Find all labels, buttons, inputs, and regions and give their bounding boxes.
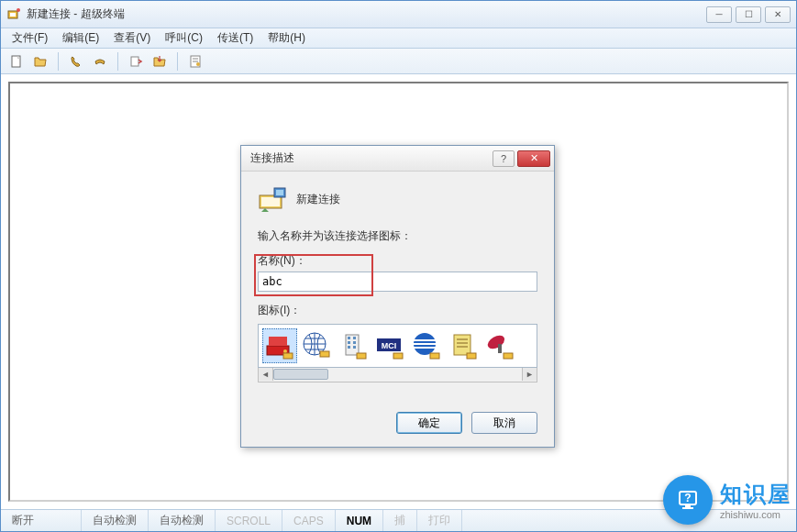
svg-rect-22 — [348, 341, 350, 344]
status-autodetect2: 自动检测 — [149, 510, 216, 531]
status-scroll: SCROLL — [216, 510, 282, 531]
att-globe-icon[interactable] — [409, 328, 444, 363]
menu-bar: 文件(F) 编辑(E) 查看(V) 呼叫(C) 传送(T) 帮助(H) — [1, 28, 796, 49]
document-icon[interactable] — [446, 328, 481, 363]
svg-text:MCI: MCI — [382, 341, 397, 350]
icon-list[interactable]: MCI — [258, 324, 537, 368]
globe-lines-icon[interactable] — [299, 328, 334, 363]
menu-view[interactable]: 查看(V) — [106, 28, 158, 48]
building-icon[interactable] — [336, 328, 371, 363]
menu-call[interactable]: 呼叫(C) — [158, 28, 210, 48]
title-bar: 新建连接 - 超级终端 ─ ☐ ✕ — [1, 1, 796, 28]
dialog-help-button[interactable]: ? — [493, 150, 515, 167]
ok-button[interactable]: 确定 — [396, 412, 462, 434]
svg-rect-29 — [393, 353, 403, 359]
status-num: NUM — [336, 510, 383, 531]
svg-point-37 — [485, 333, 506, 351]
svg-rect-24 — [348, 346, 350, 349]
new-connection-icon — [258, 184, 287, 214]
svg-rect-18 — [320, 351, 329, 357]
dialog-title-bar: 连接描述 ? ✕ — [241, 146, 554, 172]
watermark-text: 知识屋 — [720, 480, 791, 509]
properties-icon[interactable] — [185, 51, 205, 72]
menu-file[interactable]: 文件(F) — [5, 28, 55, 48]
svg-rect-31 — [430, 353, 439, 359]
icon-scrollbar[interactable]: ◄ ► — [258, 368, 537, 382]
svg-rect-32 — [454, 335, 470, 355]
send-icon[interactable] — [126, 51, 146, 72]
cancel-button[interactable]: 取消 — [471, 412, 537, 434]
phone-icon[interactable] — [66, 51, 86, 72]
connection-description-dialog: 连接描述 ? ✕ 新建连接 输入名称并为该连接选择图标： 名称(N)： 图标(I… — [240, 145, 555, 448]
toolbar — [1, 49, 796, 74]
svg-rect-23 — [353, 341, 356, 344]
name-input[interactable] — [258, 272, 537, 292]
dialog-instruction: 输入名称并为该连接选择图标： — [258, 228, 537, 244]
watermark: ? 知识屋 zhishiwu.com — [663, 475, 791, 525]
svg-rect-16 — [283, 353, 293, 359]
svg-rect-20 — [348, 337, 350, 339]
status-caps: CAPS — [282, 510, 336, 531]
dialog-title: 连接描述 — [250, 150, 493, 166]
dialog-subtitle: 新建连接 — [296, 192, 340, 207]
receive-icon[interactable] — [149, 51, 170, 72]
phone-hangup-icon[interactable] — [90, 51, 110, 72]
scroll-right-icon[interactable]: ► — [522, 368, 537, 381]
close-button[interactable]: ✕ — [765, 6, 791, 23]
toolbar-separator — [58, 52, 59, 71]
svg-rect-21 — [353, 337, 356, 339]
modem-red-icon[interactable] — [262, 328, 297, 363]
window-title: 新建连接 - 超级终端 — [27, 6, 706, 22]
watermark-badge-icon: ? — [663, 475, 713, 525]
mci-icon[interactable]: MCI — [372, 328, 407, 363]
svg-rect-1 — [10, 13, 16, 17]
toolbar-separator — [117, 52, 118, 71]
svg-rect-4 — [131, 57, 138, 66]
status-autodetect1: 自动检测 — [82, 510, 149, 531]
menu-edit[interactable]: 编辑(E) — [55, 28, 106, 48]
svg-rect-41 — [685, 504, 691, 507]
svg-point-2 — [17, 8, 20, 12]
svg-rect-14 — [269, 337, 287, 346]
svg-point-8 — [196, 62, 200, 66]
svg-rect-39 — [504, 353, 513, 359]
dialog-body: 新建连接 输入名称并为该连接选择图标： 名称(N)： 图标(I)： MCI ◄ … — [241, 172, 554, 412]
dialog-close-button[interactable]: ✕ — [517, 150, 550, 167]
status-capture: 捕 — [383, 510, 417, 531]
svg-rect-25 — [353, 346, 356, 349]
svg-rect-26 — [357, 353, 366, 359]
scroll-thumb[interactable] — [273, 369, 328, 380]
watermark-url: zhishiwu.com — [720, 509, 791, 520]
svg-point-15 — [283, 349, 287, 353]
app-icon — [6, 7, 21, 22]
satellite-icon[interactable] — [482, 328, 517, 363]
status-disconnect: 断开 — [1, 510, 82, 531]
svg-rect-36 — [467, 353, 476, 359]
menu-transfer[interactable]: 传送(T) — [210, 28, 260, 48]
icon-label: 图标(I)： — [258, 303, 537, 318]
status-print: 打印 — [417, 510, 462, 531]
toolbar-separator — [177, 52, 178, 71]
scroll-left-icon[interactable]: ◄ — [259, 368, 273, 381]
name-label: 名称(N)： — [258, 253, 537, 269]
svg-rect-10 — [261, 197, 280, 206]
svg-rect-12 — [276, 190, 283, 195]
svg-rect-38 — [498, 344, 502, 353]
menu-help[interactable]: 帮助(H) — [260, 28, 313, 48]
new-file-icon[interactable] — [6, 51, 27, 72]
open-folder-icon[interactable] — [30, 51, 50, 72]
maximize-button[interactable]: ☐ — [736, 6, 761, 23]
minimize-button[interactable]: ─ — [706, 6, 732, 23]
svg-text:?: ? — [684, 492, 691, 504]
svg-rect-42 — [682, 507, 693, 509]
